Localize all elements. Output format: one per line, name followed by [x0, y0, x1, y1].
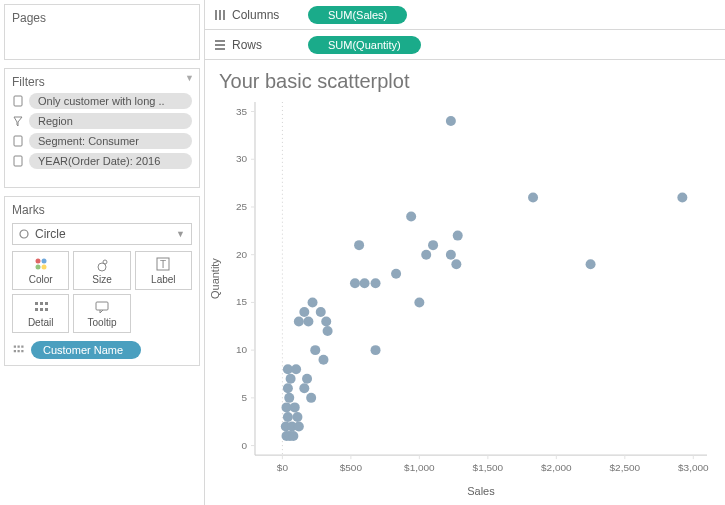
svg-text:$2,500: $2,500	[610, 462, 641, 473]
svg-text:25: 25	[236, 201, 248, 212]
svg-point-96	[371, 278, 381, 288]
svg-text:30: 30	[236, 153, 248, 164]
filter-pill[interactable]: YEAR(Order Date): 2016	[29, 153, 192, 169]
tooltip-icon	[94, 299, 110, 315]
svg-rect-24	[21, 350, 23, 352]
svg-point-86	[371, 345, 381, 355]
scatter-chart[interactable]: $0$500$1,000$1,500$2,000$2,500$3,0000510…	[205, 96, 725, 505]
rows-icon	[214, 39, 226, 51]
svg-point-103	[354, 240, 364, 250]
marks-card: Marks Circle ▼ Color Size T Label	[4, 196, 200, 366]
svg-point-77	[306, 393, 316, 403]
chart-title[interactable]: Your basic scatterplot	[205, 66, 725, 95]
filter-pill[interactable]: Only customer with long ..	[29, 93, 192, 109]
filter-row: YEAR(Order Date): 2016	[12, 153, 192, 169]
svg-rect-17	[45, 308, 48, 311]
svg-point-81	[302, 374, 312, 384]
color-label: Color	[29, 274, 53, 285]
svg-rect-19	[14, 346, 16, 348]
svg-rect-2	[14, 156, 22, 166]
svg-point-83	[291, 364, 301, 374]
svg-text:Quantity: Quantity	[209, 258, 221, 299]
svg-rect-20	[18, 346, 20, 348]
svg-rect-25	[215, 10, 217, 20]
rows-label: Rows	[232, 38, 262, 52]
svg-rect-18	[96, 302, 108, 310]
svg-point-7	[41, 265, 46, 270]
mark-type-dropdown[interactable]: Circle ▼	[12, 223, 192, 245]
filter-row: Region	[12, 113, 192, 129]
viz-area: Your basic scatterplot $0$500$1,000$1,50…	[205, 60, 725, 505]
svg-text:T: T	[160, 259, 166, 270]
svg-text:0: 0	[241, 440, 247, 451]
filter-icon	[12, 155, 24, 167]
svg-point-6	[35, 265, 40, 270]
filters-shelf[interactable]: Filters ▼ Only customer with long ..Regi…	[4, 68, 200, 188]
label-icon: T	[155, 256, 171, 272]
svg-rect-28	[215, 40, 225, 42]
svg-text:$500: $500	[340, 462, 363, 473]
rows-shelf[interactable]: Rows SUM(Quantity)	[205, 30, 725, 60]
customer-name-pill[interactable]: Customer Name	[31, 341, 141, 359]
columns-pill[interactable]: SUM(Sales)	[308, 6, 407, 24]
detail-icon	[12, 344, 26, 356]
svg-point-93	[308, 297, 318, 307]
filter-row: Segment: Consumer	[12, 133, 192, 149]
svg-text:10: 10	[236, 344, 248, 355]
side-panel: Pages Filters ▼ Only customer with long …	[0, 0, 205, 505]
color-icon	[33, 256, 49, 272]
rows-pill[interactable]: SUM(Quantity)	[308, 36, 421, 54]
main-area: Columns SUM(Sales) Rows SUM(Quantity) Yo…	[205, 0, 725, 505]
label-button[interactable]: T Label	[135, 251, 192, 290]
svg-point-107	[528, 192, 538, 202]
detail-button[interactable]: Detail	[12, 294, 69, 333]
size-icon	[94, 256, 110, 272]
svg-rect-12	[35, 302, 38, 305]
svg-point-91	[299, 307, 309, 317]
filters-list: Only customer with long ..RegionSegment:…	[12, 93, 192, 169]
svg-point-73	[292, 412, 302, 422]
svg-rect-29	[215, 44, 225, 46]
svg-point-105	[453, 231, 463, 241]
svg-point-76	[284, 393, 294, 403]
filter-pill[interactable]: Segment: Consumer	[29, 133, 192, 149]
svg-point-109	[446, 116, 456, 126]
color-button[interactable]: Color	[12, 251, 69, 290]
pages-title: Pages	[12, 11, 46, 25]
svg-point-102	[446, 250, 456, 260]
pages-shelf[interactable]: Pages	[4, 4, 200, 60]
filter-pill[interactable]: Region	[29, 113, 192, 129]
svg-point-89	[303, 317, 313, 327]
svg-point-3	[20, 230, 28, 238]
detail-icon	[33, 299, 49, 315]
svg-rect-15	[35, 308, 38, 311]
svg-rect-13	[40, 302, 43, 305]
svg-point-72	[283, 412, 293, 422]
detail-label: Detail	[28, 317, 54, 328]
size-button[interactable]: Size	[73, 251, 130, 290]
svg-point-87	[323, 326, 333, 336]
svg-rect-21	[21, 346, 23, 348]
filters-title: Filters	[12, 75, 45, 89]
svg-point-97	[350, 278, 360, 288]
svg-point-108	[677, 192, 687, 202]
svg-text:$1,000: $1,000	[404, 462, 435, 473]
columns-shelf[interactable]: Columns SUM(Sales)	[205, 0, 725, 30]
mark-type-label: Circle	[35, 227, 66, 241]
svg-point-85	[310, 345, 320, 355]
svg-text:$3,000: $3,000	[678, 462, 709, 473]
svg-text:15: 15	[236, 296, 248, 307]
svg-point-99	[451, 259, 461, 269]
svg-point-88	[294, 317, 304, 327]
tooltip-button[interactable]: Tooltip	[73, 294, 130, 333]
svg-point-101	[421, 250, 431, 260]
svg-text:5: 5	[241, 392, 247, 403]
chevron-down-icon[interactable]: ▼	[185, 73, 194, 83]
filter-row: Only customer with long ..	[12, 93, 192, 109]
svg-point-9	[103, 260, 107, 264]
tableau-worksheet: Pages Filters ▼ Only customer with long …	[0, 0, 725, 505]
filter-icon	[12, 95, 24, 107]
svg-point-90	[321, 317, 331, 327]
tooltip-label: Tooltip	[88, 317, 117, 328]
svg-text:$0: $0	[277, 462, 289, 473]
